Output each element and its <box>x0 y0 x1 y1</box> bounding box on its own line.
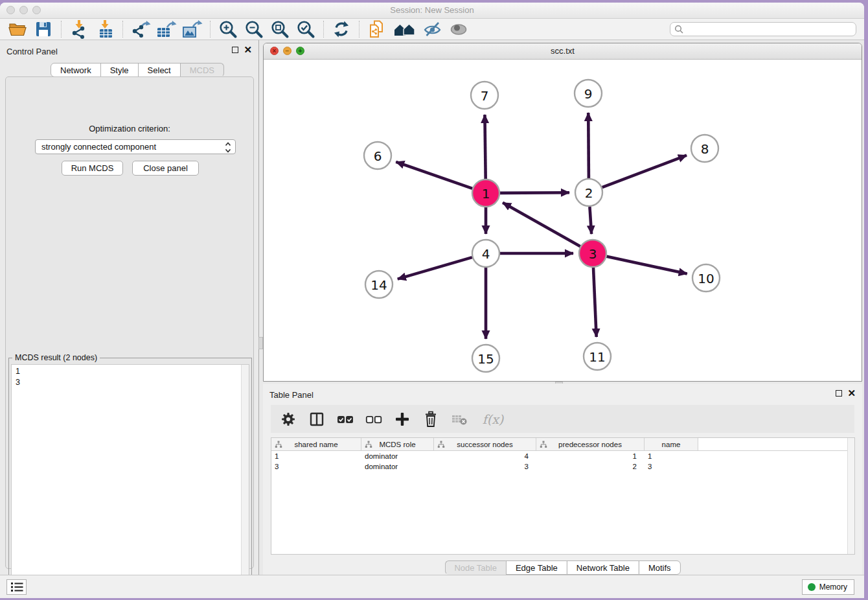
graph-node-8[interactable]: 8 <box>691 135 718 162</box>
tab-style[interactable]: Style <box>100 63 139 77</box>
graph-node-1[interactable]: 1 <box>472 179 499 207</box>
table-panel: Table Panel ✕ <box>263 384 862 575</box>
memory-button[interactable]: Memory <box>802 579 854 595</box>
criterion-select[interactable]: strongly connected component <box>35 139 236 154</box>
graph-edge-4-14[interactable] <box>398 257 472 279</box>
import-network-icon[interactable] <box>68 19 90 39</box>
main-toolbar <box>0 19 864 40</box>
export-network-icon[interactable] <box>130 19 152 39</box>
graph-node-14[interactable]: 14 <box>365 271 393 298</box>
splitter-handle-vertical[interactable] <box>258 337 263 349</box>
svg-text:3: 3 <box>589 246 597 262</box>
hide-selected-icon[interactable] <box>422 19 444 39</box>
refresh-view-icon[interactable] <box>330 19 352 39</box>
tab-network[interactable]: Network <box>51 63 101 77</box>
task-history-button[interactable] <box>6 579 27 595</box>
graph-node-6[interactable]: 6 <box>364 142 391 169</box>
svg-text:15: 15 <box>477 351 494 367</box>
search-field[interactable] <box>670 22 856 36</box>
tab-select[interactable]: Select <box>138 63 181 77</box>
deselect-all-columns-icon[interactable] <box>364 410 383 429</box>
zoom-out-icon[interactable] <box>243 19 265 39</box>
column-header-predecessor-nodes[interactable]: predecessor nodes <box>536 438 645 450</box>
graph-node-2[interactable]: 2 <box>575 179 602 206</box>
tab-motifs[interactable]: Motifs <box>639 560 681 575</box>
graph-edge-3-1[interactable] <box>503 203 580 247</box>
network-window-titlebar[interactable]: × − + scc.txt <box>264 43 862 60</box>
graph-edge-2-3[interactable] <box>589 207 591 234</box>
graph-node-9[interactable]: 9 <box>575 80 602 107</box>
export-image-icon[interactable] <box>181 19 203 39</box>
show-columns-icon[interactable] <box>307 410 326 429</box>
clone-network-icon[interactable] <box>366 19 388 39</box>
svg-text:8: 8 <box>701 141 709 157</box>
export-table-icon[interactable] <box>155 19 177 39</box>
status-bar: Memory <box>0 575 864 598</box>
network-canvas[interactable]: 7968124314101511 <box>264 59 862 381</box>
svg-text:4: 4 <box>482 246 490 262</box>
close-table-panel-icon[interactable]: ✕ <box>847 389 856 397</box>
save-session-icon[interactable] <box>32 19 54 39</box>
zoom-selected-icon[interactable] <box>295 19 317 39</box>
column-header-shared-name[interactable]: shared name <box>271 438 361 450</box>
graph-edge-1-7[interactable] <box>485 115 485 179</box>
column-header-name[interactable]: name <box>645 438 698 450</box>
svg-text:6: 6 <box>374 148 382 164</box>
column-header-successor-nodes[interactable]: successor nodes <box>434 438 536 450</box>
show-all-icon[interactable] <box>448 19 470 39</box>
table-panel-title: Table Panel <box>269 390 314 400</box>
table-row[interactable]: 1dominator411 <box>271 451 854 461</box>
control-panel-tabs: NetworkStyleSelectMCDS <box>51 63 224 77</box>
control-panel: Control Panel ✕ NetworkStyleSelectMCDS O… <box>0 40 259 575</box>
graph-edge-1-6[interactable] <box>396 162 472 189</box>
table-header-row: shared nameMCDS rolesuccessor nodesprede… <box>271 438 854 451</box>
function-builder-icon[interactable]: f(x) <box>478 410 508 429</box>
graph-edge-3-11[interactable] <box>593 268 597 337</box>
tab-node-table[interactable]: Node Table <box>444 560 507 575</box>
close-panel-button[interactable]: Close panel <box>132 161 199 176</box>
float-panel-icon[interactable] <box>232 47 238 53</box>
create-column-icon[interactable] <box>393 410 412 429</box>
graph-node-7[interactable]: 7 <box>471 82 498 109</box>
close-panel-icon[interactable]: ✕ <box>244 46 252 54</box>
graph-node-15[interactable]: 15 <box>472 345 499 372</box>
graph-edge-2-9[interactable] <box>588 113 589 178</box>
tab-edge-table[interactable]: Edge Table <box>506 560 567 575</box>
result-scrollbar[interactable] <box>241 365 249 598</box>
svg-text:2: 2 <box>585 185 593 201</box>
toolbar-separator <box>323 21 325 38</box>
graph-node-10[interactable]: 10 <box>692 264 720 292</box>
zoom-fit-icon[interactable] <box>269 19 291 39</box>
open-session-icon[interactable] <box>6 19 29 39</box>
run-mcds-button[interactable]: Run MCDS <box>62 161 123 176</box>
search-input[interactable] <box>686 24 852 34</box>
tab-mcds[interactable]: MCDS <box>180 63 224 77</box>
mcds-pane: Optimization criterion: strongly connect… <box>5 76 254 569</box>
select-all-columns-icon[interactable] <box>336 410 355 429</box>
graph-edge-2-8[interactable] <box>602 156 687 188</box>
tab-network-table[interactable]: Network Table <box>567 560 639 575</box>
toolbar-separator <box>359 21 360 38</box>
delete-columns-icon[interactable] <box>421 410 440 429</box>
application-window: Session: New Session <box>0 3 864 598</box>
graph-node-11[interactable]: 11 <box>584 343 611 370</box>
table-row[interactable]: 3dominator323 <box>271 461 854 472</box>
graph-edge-3-10[interactable] <box>607 257 687 274</box>
column-header-MCDS-role[interactable]: MCDS role <box>361 438 434 450</box>
network-view-window: × − + scc.txt 7968124314101511 <box>263 43 862 382</box>
session-title: Session: New Session <box>0 3 864 18</box>
control-panel-title: Control Panel <box>6 47 58 56</box>
graph-edge-1-2[interactable] <box>500 192 569 193</box>
graph-node-3[interactable]: 3 <box>579 240 606 267</box>
table-scrollbar[interactable] <box>847 438 854 554</box>
delete-table-icon[interactable] <box>450 410 469 429</box>
svg-text:11: 11 <box>589 349 605 365</box>
first-neighbors-icon[interactable] <box>392 19 418 39</box>
table-settings-icon[interactable] <box>279 410 298 429</box>
select-stepper-icon <box>224 141 232 156</box>
graph-node-4[interactable]: 4 <box>472 240 499 267</box>
float-table-panel-icon[interactable] <box>836 390 842 397</box>
import-table-icon[interactable] <box>94 19 116 39</box>
column-type-icon <box>437 441 445 448</box>
zoom-in-icon[interactable] <box>217 19 239 39</box>
